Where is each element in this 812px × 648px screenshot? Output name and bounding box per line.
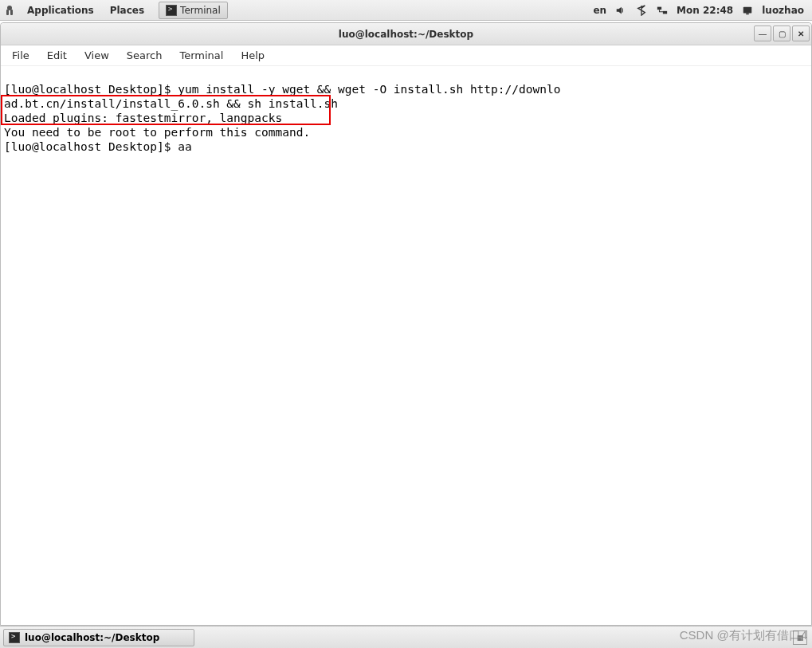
top-taskbar-label: Terminal	[180, 5, 221, 16]
annotation-highlight-box	[1, 95, 331, 125]
workspace-switcher[interactable]: ▦	[793, 630, 807, 645]
menu-search[interactable]: Search	[119, 47, 171, 64]
applications-menu[interactable]: Applications	[21, 3, 100, 18]
bottom-task-label: luo@localhost:~/Desktop	[25, 632, 159, 643]
user-menu[interactable]: luozhao	[762, 5, 804, 16]
bottom-taskbar-terminal[interactable]: luo@localhost:~/Desktop	[3, 629, 194, 646]
menubar: File Edit View Search Terminal Help	[1, 45, 811, 66]
terminal-window: luo@localhost:~/Desktop — ▢ ✕ File Edit …	[0, 22, 812, 626]
menu-file[interactable]: File	[4, 47, 37, 64]
terminal-icon	[9, 632, 20, 643]
terminal-body[interactable]: [luo@localhost Desktop]$ yum install -y …	[1, 66, 811, 625]
window-title: luo@localhost:~/Desktop	[339, 29, 473, 40]
places-menu[interactable]: Places	[104, 3, 151, 18]
top-panel: Applications Places Terminal en Mon 22:4…	[0, 0, 812, 21]
menu-view[interactable]: View	[76, 47, 117, 64]
svg-rect-0	[657, 6, 661, 10]
user-icon	[741, 4, 754, 17]
gnome-foot-icon	[3, 4, 16, 17]
terminal-line: [luo@localhost Desktop]$ aa	[4, 140, 192, 153]
terminal-line: You need to be root to perform this comm…	[4, 126, 310, 139]
terminal-icon	[166, 5, 177, 16]
menu-edit[interactable]: Edit	[39, 47, 75, 64]
menu-help[interactable]: Help	[233, 47, 273, 64]
top-taskbar-terminal[interactable]: Terminal	[159, 2, 228, 19]
titlebar[interactable]: luo@localhost:~/Desktop — ▢ ✕	[1, 23, 811, 45]
bluetooth-icon[interactable]	[635, 4, 648, 17]
maximize-button[interactable]: ▢	[773, 26, 790, 41]
close-button[interactable]: ✕	[792, 26, 810, 41]
svg-rect-3	[746, 13, 749, 14]
svg-rect-2	[743, 6, 752, 13]
network-icon[interactable]	[656, 4, 669, 17]
terminal-line: [luo@localhost Desktop]$ yum install -y …	[4, 83, 560, 96]
minimize-button[interactable]: —	[754, 26, 771, 41]
bottom-panel: luo@localhost:~/Desktop ▦	[0, 626, 812, 648]
clock[interactable]: Mon 22:48	[677, 5, 733, 16]
volume-icon[interactable]	[614, 4, 627, 17]
input-language-indicator[interactable]: en	[593, 5, 606, 16]
menu-terminal[interactable]: Terminal	[171, 47, 231, 64]
